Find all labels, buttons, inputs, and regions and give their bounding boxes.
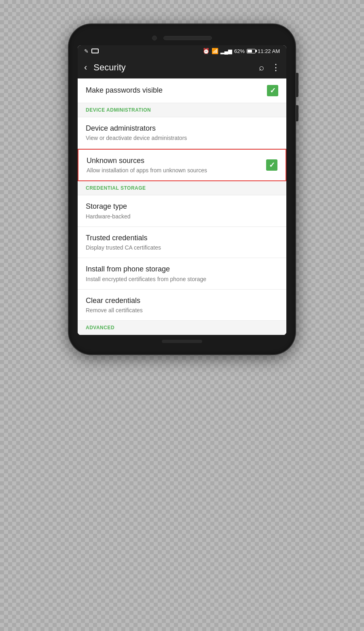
phone-bottom-bar bbox=[78, 340, 286, 343]
checkmark-icon: ✓ bbox=[270, 87, 276, 94]
phone-top-bar bbox=[78, 36, 286, 40]
pencil-icon: ✎ bbox=[84, 48, 89, 54]
install-from-storage-subtitle: Install encrypted certificates from phon… bbox=[86, 275, 278, 283]
make-passwords-visible-title: Make passwords visible bbox=[86, 86, 267, 95]
install-from-storage-title: Install from phone storage bbox=[86, 265, 278, 274]
more-options-button[interactable]: ⋮ bbox=[271, 62, 280, 73]
back-button[interactable]: ‹ bbox=[84, 63, 87, 72]
signal-bars-icon: ▂▄▆ bbox=[220, 48, 232, 54]
volume-down-button[interactable] bbox=[296, 105, 298, 121]
make-passwords-visible-text: Make passwords visible bbox=[86, 86, 267, 95]
device-administrators-item[interactable]: Device administrators View or deactivate… bbox=[78, 117, 286, 149]
device-administrators-title: Device administrators bbox=[86, 124, 278, 133]
device-administrators-text: Device administrators View or deactivate… bbox=[86, 124, 278, 142]
credential-storage-header: CREDENTIAL STORAGE bbox=[78, 181, 286, 195]
clear-credentials-item[interactable]: Clear credentials Remove all certificate… bbox=[78, 290, 286, 321]
trusted-credentials-item[interactable]: Trusted credentials Display trusted CA c… bbox=[78, 227, 286, 258]
status-bar: ✎ ⏰ 📶 ▂▄▆ 62% 11:22 AM bbox=[78, 45, 286, 57]
status-left-icons: ✎ bbox=[84, 48, 99, 54]
make-passwords-checkbox[interactable]: ✓ bbox=[267, 85, 278, 96]
app-bar: ‹ Security ⌕ ⋮ bbox=[78, 57, 286, 78]
trusted-credentials-title: Trusted credentials bbox=[86, 233, 278, 243]
page-title: Security bbox=[93, 62, 252, 73]
storage-type-text: Storage type Hardware-backed bbox=[86, 202, 278, 220]
storage-type-item[interactable]: Storage type Hardware-backed bbox=[78, 195, 286, 227]
search-button[interactable]: ⌕ bbox=[259, 62, 264, 73]
clear-credentials-subtitle: Remove all certificates bbox=[86, 307, 278, 314]
unknown-sources-text: Unknown sources Allow installation of ap… bbox=[87, 156, 266, 174]
battery-percent: 62% bbox=[234, 48, 245, 54]
volume-up-button[interactable] bbox=[296, 73, 298, 97]
battery-icon bbox=[247, 49, 256, 53]
device-administration-header: DEVICE ADMINISTRATION bbox=[78, 103, 286, 117]
alarm-icon: ⏰ bbox=[203, 48, 210, 54]
app-bar-actions: ⌕ ⋮ bbox=[259, 62, 280, 73]
home-indicator bbox=[162, 340, 202, 343]
storage-type-title: Storage type bbox=[86, 202, 278, 211]
make-passwords-visible-item[interactable]: Make passwords visible ✓ bbox=[78, 78, 286, 103]
time-display: 11:22 AM bbox=[258, 48, 280, 54]
phone-screen: ✎ ⏰ 📶 ▂▄▆ 62% 11:22 AM ‹ Security ⌕ ⋮ bbox=[78, 45, 286, 335]
install-from-storage-item[interactable]: Install from phone storage Install encry… bbox=[78, 258, 286, 290]
unknown-sources-checkmark-icon: ✓ bbox=[269, 161, 275, 169]
speaker-grille bbox=[163, 36, 212, 40]
trusted-credentials-text: Trusted credentials Display trusted CA c… bbox=[86, 233, 278, 252]
unknown-sources-subtitle: Allow installation of apps from unknown … bbox=[87, 167, 266, 174]
storage-type-subtitle: Hardware-backed bbox=[86, 213, 278, 220]
device-administrators-subtitle: View or deactivate device administrators bbox=[86, 134, 278, 142]
unknown-sources-title: Unknown sources bbox=[87, 156, 266, 165]
card-icon bbox=[91, 49, 99, 53]
unknown-sources-checkbox[interactable]: ✓ bbox=[266, 159, 277, 171]
clear-credentials-title: Clear credentials bbox=[86, 296, 278, 305]
status-right-info: ⏰ 📶 ▂▄▆ 62% 11:22 AM bbox=[203, 48, 280, 54]
settings-content: Make passwords visible ✓ DEVICE ADMINIST… bbox=[78, 78, 286, 335]
unknown-sources-item[interactable]: Unknown sources Allow installation of ap… bbox=[78, 149, 286, 182]
camera-dot bbox=[152, 36, 157, 40]
install-from-storage-text: Install from phone storage Install encry… bbox=[86, 265, 278, 283]
phone-device: ✎ ⏰ 📶 ▂▄▆ 62% 11:22 AM ‹ Security ⌕ ⋮ bbox=[69, 24, 295, 354]
clear-credentials-text: Clear credentials Remove all certificate… bbox=[86, 296, 278, 314]
advanced-header: ADVANCED bbox=[78, 321, 286, 335]
wifi-icon: 📶 bbox=[212, 48, 218, 54]
trusted-credentials-subtitle: Display trusted CA certificates bbox=[86, 244, 278, 251]
